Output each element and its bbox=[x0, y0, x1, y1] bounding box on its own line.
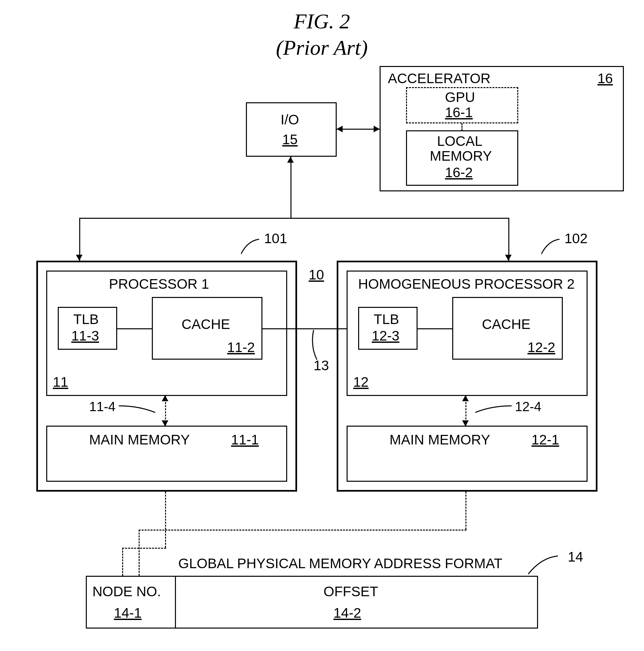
link2-ref: 12-4 bbox=[515, 399, 541, 414]
figure-title: FIG. 2 bbox=[251, 10, 393, 33]
gpu-label: GPU bbox=[445, 90, 475, 105]
node2-outer-ref: 102 bbox=[564, 231, 588, 246]
io-ref: 15 bbox=[282, 132, 298, 147]
tlb1-label: TLB bbox=[73, 312, 99, 327]
leader-14 bbox=[528, 553, 574, 579]
bus-arrow-1 bbox=[76, 255, 83, 261]
bus-arrow-2 bbox=[505, 255, 511, 261]
addr-offset-label: OFFSET bbox=[323, 584, 378, 599]
addr-title: GLOBAL PHYSICAL MEMORY ADDRESS FORMAT bbox=[178, 556, 502, 571]
io-accel-arrow-r bbox=[374, 126, 380, 132]
mem1-label: MAIN MEMORY bbox=[89, 432, 190, 447]
proc1-ref: 11 bbox=[53, 374, 68, 390]
mem2-addr-v bbox=[465, 492, 466, 530]
localmem-ref: 16-2 bbox=[445, 165, 473, 180]
proc2-title: HOMOGENEOUS PROCESSOR 2 bbox=[358, 277, 575, 292]
mid-ref: 10 bbox=[309, 267, 324, 282]
addr-ref: 14 bbox=[568, 549, 583, 564]
gpu-ref: 16-1 bbox=[445, 105, 473, 120]
cache1-label: CACHE bbox=[181, 317, 230, 332]
io-accel-line bbox=[337, 129, 380, 130]
mem1-addr-v bbox=[165, 492, 166, 548]
proc2-ref: 12 bbox=[353, 374, 369, 390]
accelerator-ref: 16 bbox=[597, 71, 613, 86]
tlb2-cache2-line bbox=[417, 328, 452, 329]
proc2-mem2-arr-u bbox=[462, 395, 469, 401]
tlb2-ref: 12-3 bbox=[372, 328, 400, 343]
addr-node-label: NODE NO. bbox=[92, 584, 161, 599]
tlb1-ref: 11-3 bbox=[71, 328, 99, 343]
interproc-line bbox=[262, 328, 347, 329]
cache1-ref: 11-2 bbox=[227, 340, 255, 355]
accelerator-title: ACCELERATOR bbox=[388, 71, 491, 86]
localmem-label2: MEMORY bbox=[430, 149, 492, 164]
addr-node-ref: 14-1 bbox=[114, 606, 142, 621]
mem1-addr-h bbox=[122, 548, 166, 549]
mem2-addr-h bbox=[139, 530, 466, 531]
tlb1-cache1-line bbox=[117, 328, 152, 329]
mem2-addr-v2 bbox=[139, 530, 140, 576]
diagram-canvas: FIG. 2 (Prior Art) ACCELERATOR 16 GPU 16… bbox=[0, 0, 644, 651]
gpu-localmem-link bbox=[462, 123, 463, 130]
mem2-label: MAIN MEMORY bbox=[389, 432, 490, 447]
mem2-ref: 12-1 bbox=[531, 432, 559, 447]
io-bus-arrow bbox=[287, 157, 294, 163]
bus-ref: 13 bbox=[314, 358, 329, 373]
proc1-mem1-arr-u bbox=[162, 395, 168, 401]
figure-subtitle: (Prior Art) bbox=[225, 36, 419, 59]
node1-outer-ref: 101 bbox=[264, 231, 287, 246]
proc2-mem2-arr-d bbox=[462, 421, 469, 426]
io-label: I/O bbox=[281, 112, 299, 127]
io-accel-arrow-l bbox=[337, 126, 343, 132]
io-bus-line bbox=[291, 157, 291, 218]
top-bus-line bbox=[79, 218, 508, 219]
mem1-addr-v2 bbox=[122, 548, 123, 576]
tlb2-label: TLB bbox=[374, 312, 399, 327]
addr-divider bbox=[175, 576, 176, 628]
localmem-label1: LOCAL bbox=[437, 134, 482, 149]
proc1-title: PROCESSOR 1 bbox=[109, 277, 209, 292]
io-box bbox=[246, 102, 337, 157]
bus-down-2 bbox=[508, 218, 509, 261]
cache2-label: CACHE bbox=[482, 317, 530, 332]
link1-ref: 11-4 bbox=[89, 399, 116, 414]
leader-11-4 bbox=[119, 403, 158, 419]
mem1-ref: 11-1 bbox=[231, 432, 259, 447]
leader-12-4 bbox=[475, 403, 515, 419]
cache2-ref: 12-2 bbox=[527, 340, 555, 355]
proc1-mem1-arr-d bbox=[162, 421, 168, 426]
addr-offset-ref: 14-2 bbox=[333, 606, 361, 621]
bus-down-1 bbox=[79, 218, 80, 261]
